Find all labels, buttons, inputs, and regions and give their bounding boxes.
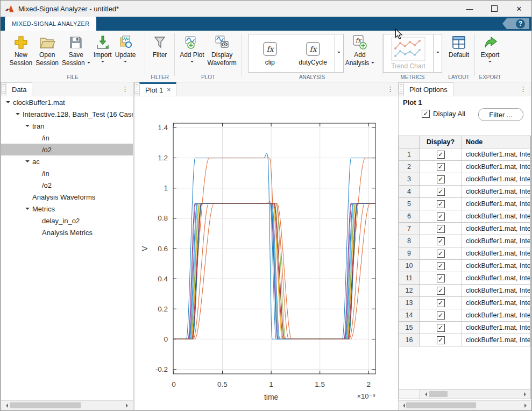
- checkbox-checked-icon[interactable]: ✓: [437, 274, 445, 282]
- add-plot-button[interactable]: Add Plot: [178, 33, 205, 65]
- checkbox-checked-icon[interactable]: ✓: [437, 225, 445, 233]
- node-cell[interactable]: clockBuffer1.mat, Intera: [462, 198, 530, 210]
- gallery-dropdown-button[interactable]: [335, 34, 343, 72]
- maximize-button[interactable]: [482, 1, 507, 17]
- tree-item-analysis-metrics[interactable]: Analysis Metrics: [1, 226, 133, 238]
- tab-data[interactable]: Data: [6, 82, 32, 96]
- node-cell[interactable]: clockBuffer1.mat, Intera: [462, 161, 530, 173]
- checkbox-checked-icon[interactable]: ✓: [437, 200, 445, 208]
- scroll-left-icon[interactable]: [423, 392, 427, 396]
- checkbox-checked-icon[interactable]: ✓: [437, 262, 445, 270]
- checkbox-checked-icon[interactable]: ✓: [437, 237, 445, 245]
- plot-panel-menu-icon[interactable]: ⋮: [387, 85, 394, 93]
- checkbox-checked-icon[interactable]: ✓: [437, 175, 445, 183]
- tree-item-interactive-128-bash-test-16-cases[interactable]: Interactive.128, Bash_Test (16 Cases): [1, 108, 133, 120]
- node-cell[interactable]: clockBuffer1.mat, Intera: [462, 186, 530, 197]
- checkbox-checked-icon[interactable]: ✓: [437, 324, 445, 332]
- gallery-item-label: clip: [265, 59, 275, 66]
- scroll-left-icon[interactable]: [4, 403, 8, 408]
- tree-item-in[interactable]: /in: [1, 167, 133, 179]
- tree-item-clockbuffer1-mat[interactable]: clockBuffer1.mat: [1, 96, 133, 108]
- scroll-left-icon[interactable]: [401, 403, 405, 408]
- tree-item-o2[interactable]: /o2: [1, 179, 133, 191]
- filter-nodes-button[interactable]: Filter ...: [478, 108, 523, 121]
- checkbox-checked-icon[interactable]: ✓: [437, 287, 445, 295]
- tab-mixed-signal-analyzer[interactable]: MIXED-SIGNAL ANALYZER: [5, 17, 96, 31]
- help-button[interactable]: ?: [502, 18, 529, 29]
- tree-expanded-icon[interactable]: [6, 101, 10, 105]
- tree-item-analysis-waveforms[interactable]: Analysis Waveforms: [1, 191, 133, 203]
- node-cell[interactable]: clockBuffer1.mat, Intera: [462, 260, 530, 272]
- gallery-item-clip[interactable]: fxclip: [249, 34, 292, 72]
- filter-button[interactable]: Filter: [150, 33, 170, 60]
- checkbox-checked-icon[interactable]: ✓: [437, 151, 445, 159]
- node-cell[interactable]: clockBuffer1.mat, Intera: [462, 210, 530, 222]
- display-all-control[interactable]: ✓ Display All: [422, 110, 465, 118]
- checkbox-checked-icon[interactable]: ✓: [437, 163, 445, 171]
- tree-expanded-icon[interactable]: [25, 208, 30, 212]
- scrollbar-thumb[interactable]: [429, 391, 448, 397]
- tab-plot-options[interactable]: Plot Options: [403, 82, 453, 96]
- table-hscrollbar[interactable]: [399, 389, 530, 399]
- tree-item-ac[interactable]: ac: [1, 155, 133, 167]
- waveform-plot[interactable]: 00.511.52-0.200.20.40.60.811.21.4time×10…: [134, 96, 398, 411]
- node-cell[interactable]: clockBuffer1.mat, Intera: [462, 309, 530, 321]
- tree-item-o2[interactable]: /o2: [1, 144, 133, 155]
- checkbox-checked-icon[interactable]: ✓: [437, 299, 445, 307]
- update-button[interactable]: Update: [114, 33, 138, 65]
- save-session-button[interactable]: SaveSession: [60, 33, 92, 68]
- tree-item-tran[interactable]: tran: [1, 120, 133, 132]
- panel-grab-handle-icon[interactable]: [399, 82, 403, 94]
- checkbox-checked-icon[interactable]: ✓: [437, 212, 445, 221]
- plot-options-hscrollbar[interactable]: [399, 400, 531, 410]
- table-row: 2✓clockBuffer1.mat, Intera: [399, 161, 530, 173]
- tab-plot-1[interactable]: Plot 1 ×: [139, 82, 176, 96]
- scroll-right-icon[interactable]: [126, 403, 130, 408]
- tree-expanded-icon[interactable]: [25, 125, 30, 129]
- node-cell[interactable]: clockBuffer1.mat, Intera: [462, 272, 530, 284]
- node-cell[interactable]: clockBuffer1.mat, Intera: [462, 285, 530, 296]
- import-button[interactable]: Import: [92, 33, 114, 65]
- node-cell[interactable]: clockBuffer1.mat, Intera: [462, 334, 530, 346]
- tree-item-delay-in-o2[interactable]: delay_in_o2: [1, 215, 133, 226]
- data-panel-tabstrip: Data ⋮: [1, 82, 133, 96]
- data-tree-hscrollbar[interactable]: [1, 400, 133, 410]
- display-waveform-button[interactable]: DisplayWaveform: [206, 33, 238, 68]
- checkbox-checked-icon[interactable]: ✓: [437, 311, 445, 320]
- close-button[interactable]: ✕: [507, 1, 531, 17]
- node-cell[interactable]: clockBuffer1.mat, Intera: [462, 297, 530, 309]
- gallery-item-dutycycle[interactable]: fxdutyCycle: [292, 34, 335, 72]
- node-cell[interactable]: clockBuffer1.mat, Intera: [462, 148, 530, 160]
- scrollbar-thumb[interactable]: [10, 402, 81, 408]
- open-session-button[interactable]: OpenSession: [34, 33, 60, 68]
- node-cell[interactable]: clockBuffer1.mat, Intera: [462, 235, 530, 247]
- tree-item-metrics[interactable]: Metrics: [1, 203, 133, 215]
- gallery-dropdown-button[interactable]: [433, 34, 442, 72]
- tree-expanded-icon[interactable]: [25, 160, 30, 165]
- new-session-button[interactable]: NewSession: [8, 33, 34, 68]
- add-analysis-button[interactable]: fxAddAnalysis: [344, 33, 377, 68]
- node-cell[interactable]: clockBuffer1.mat, Intera: [462, 223, 530, 235]
- minimize-button[interactable]: —: [457, 1, 482, 17]
- tree-item-label: delay_in_o2: [42, 217, 80, 225]
- metrics-gallery: Trend Chart: [383, 34, 442, 73]
- panel-grab-handle-icon[interactable]: [134, 82, 139, 94]
- checkbox-checked-icon[interactable]: ✓: [437, 336, 445, 344]
- checkbox-checked-icon[interactable]: ✓: [437, 250, 445, 258]
- tree-expanded-icon[interactable]: [16, 113, 20, 117]
- node-cell[interactable]: clockBuffer1.mat, Intera: [462, 247, 530, 259]
- checkbox-checked-icon[interactable]: ✓: [437, 188, 445, 196]
- checkbox-checked-icon[interactable]: ✓: [422, 110, 430, 118]
- scroll-right-icon[interactable]: [524, 403, 529, 408]
- panel-grab-handle-icon[interactable]: [1, 82, 6, 94]
- close-tab-icon[interactable]: ×: [167, 86, 171, 94]
- export-button[interactable]: Export: [479, 33, 501, 65]
- scroll-right-icon[interactable]: [524, 392, 528, 396]
- data-panel-menu-icon[interactable]: ⋮: [122, 85, 129, 93]
- tree-item-in[interactable]: /in: [1, 132, 133, 144]
- node-cell[interactable]: clockBuffer1.mat, Intera: [462, 173, 530, 185]
- default-button[interactable]: Default: [447, 33, 471, 60]
- scrollbar-thumb[interactable]: [406, 402, 476, 408]
- plot-options-menu-icon[interactable]: ⋮: [520, 85, 527, 93]
- node-cell[interactable]: clockBuffer1.mat, Intera: [462, 322, 530, 334]
